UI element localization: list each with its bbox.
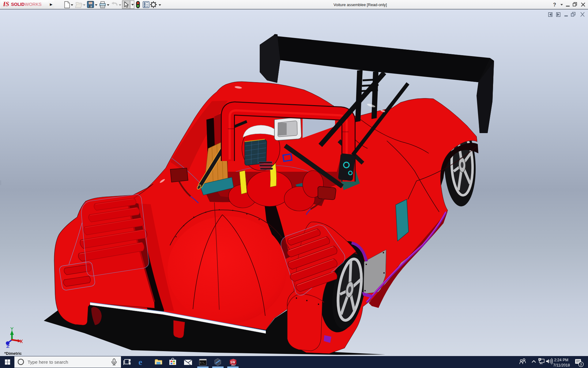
svg-text:?: ? [553,2,556,7]
svg-text:2017: 2017 [231,364,236,366]
svg-text:e: e [138,357,142,367]
svg-text:2:24 PM: 2:24 PM [554,358,568,362]
svg-text:C:\_: C:\_ [200,362,205,364]
svg-text:3: 3 [580,362,582,366]
svg-text:Type here to search: Type here to search [28,359,68,365]
svg-text:7/11/2018: 7/11/2018 [553,363,570,367]
svg-text:*Dimetric: *Dimetric [4,351,22,356]
svg-text:SW: SW [230,361,236,364]
